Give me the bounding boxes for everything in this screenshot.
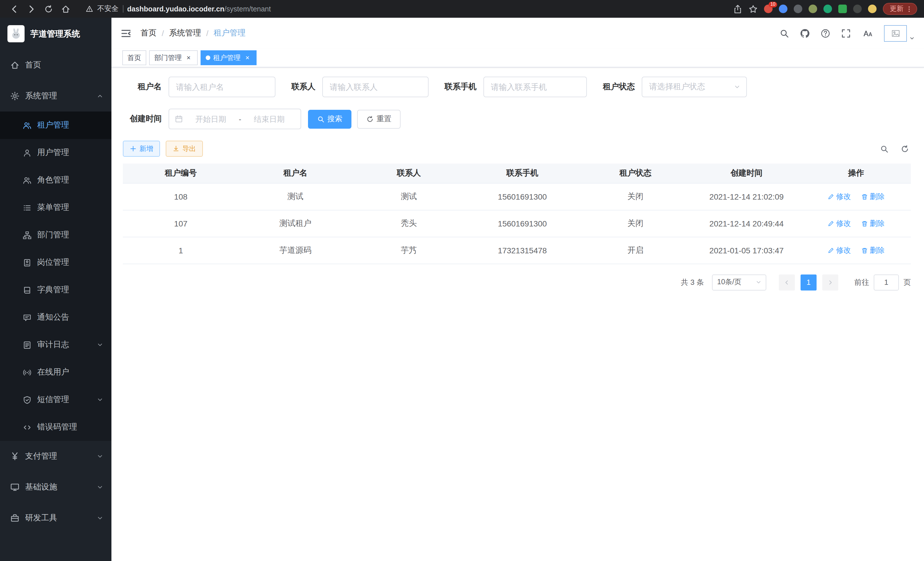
not-secure-icon <box>86 5 93 13</box>
close-icon[interactable]: × <box>184 54 193 62</box>
address-bar[interactable]: 不安全 dashboard.yudao.iocoder.cn/system/te… <box>80 3 728 15</box>
sidebar-item-dict[interactable]: 字典管理 <box>0 276 111 304</box>
cell-status: 关闭 <box>579 210 692 237</box>
user-avatar[interactable] <box>884 25 915 41</box>
breadcrumb-current: 租户管理 <box>214 28 246 38</box>
tenant-table: 租户编号 租户名 联系人 联系手机 租户状态 创建时间 操作 108 测试 <box>123 164 911 264</box>
sidebar-item-user[interactable]: 用户管理 <box>0 139 111 166</box>
browser-actions: 10 更新 <box>733 3 918 15</box>
help-icon[interactable] <box>820 28 830 38</box>
sidebar-item-role[interactable]: 角色管理 <box>0 166 111 194</box>
collapse-sidebar-icon[interactable] <box>121 28 131 39</box>
browser-update-button[interactable]: 更新 <box>883 3 917 15</box>
top-navbar: 首页 / 系统管理 / 租户管理 <box>111 18 924 49</box>
home-icon[interactable] <box>61 4 70 14</box>
sidebar-item-home[interactable]: 首页 <box>0 50 111 81</box>
prev-page-button[interactable] <box>779 274 795 290</box>
calendar-icon <box>175 115 183 123</box>
breadcrumb-home[interactable]: 首页 <box>141 28 157 38</box>
goto-label: 前往 <box>854 277 869 287</box>
start-date-input[interactable] <box>185 114 237 124</box>
sidebar-item-dept[interactable]: 部门管理 <box>0 221 111 249</box>
sidebar-item-post[interactable]: 岗位管理 <box>0 249 111 276</box>
tenant-name-input[interactable] <box>169 77 275 97</box>
toggle-search-icon[interactable] <box>880 144 889 153</box>
forward-icon[interactable] <box>27 4 36 14</box>
chevron-down-icon <box>97 341 104 348</box>
page-number-button[interactable]: 1 <box>801 274 817 290</box>
sidebar-group-payment[interactable]: 支付管理 <box>0 441 111 472</box>
extension-icon[interactable] <box>824 5 832 13</box>
extension-icon[interactable] <box>853 5 862 13</box>
cell-tenant-name: 芋道源码 <box>238 237 352 264</box>
extension-icon[interactable] <box>779 5 788 13</box>
reset-button[interactable]: 重置 <box>357 110 400 128</box>
sidebar-group-infra[interactable]: 基础设施 <box>0 472 111 503</box>
date-range-picker[interactable]: - <box>169 109 301 129</box>
sidebar-item-error-code[interactable]: 错误码管理 <box>0 414 111 441</box>
fullscreen-icon[interactable] <box>841 28 851 38</box>
header-search-icon[interactable] <box>779 28 789 38</box>
app-logo: 芋道管理系统 <box>0 18 111 50</box>
message-icon <box>23 313 32 322</box>
sidebar-item-label: 系统管理 <box>25 91 57 101</box>
export-button[interactable]: 导出 <box>166 141 203 157</box>
tab-label: 首页 <box>128 53 141 63</box>
status-select[interactable]: 请选择租户状态 <box>642 77 747 97</box>
edit-button[interactable]: 修改 <box>827 218 851 229</box>
sidebar-group-system[interactable]: 系统管理 <box>0 81 111 111</box>
edit-icon <box>827 220 834 227</box>
back-icon[interactable] <box>10 4 19 14</box>
cell-contact: 测试 <box>352 183 466 210</box>
col-created: 创建时间 <box>692 164 801 183</box>
extension-icon[interactable] <box>838 5 847 13</box>
tabs-bar: 首页 部门管理 × 租户管理 × <box>111 49 924 68</box>
delete-button[interactable]: 删除 <box>861 245 885 255</box>
share-icon[interactable] <box>733 4 742 14</box>
sidebar-group-audit-log[interactable]: 审计日志 <box>0 331 111 359</box>
extension-icon[interactable] <box>794 5 802 13</box>
col-status: 租户状态 <box>579 164 692 183</box>
contact-input[interactable] <box>322 77 429 97</box>
sidebar-item-label: 部门管理 <box>37 230 69 240</box>
bookmark-star-icon[interactable] <box>748 4 758 14</box>
tab-home[interactable]: 首页 <box>122 50 146 65</box>
filter-row-1: 租户名 联系人 联系手机 租户状态 请选择租户状态 <box>123 77 911 97</box>
edit-button[interactable]: 修改 <box>827 245 851 255</box>
sidebar-group-devtools[interactable]: 研发工具 <box>0 503 111 534</box>
reload-icon[interactable] <box>44 4 53 14</box>
edit-icon <box>827 247 834 254</box>
col-contact: 联系人 <box>352 164 466 183</box>
extension-icon[interactable]: 10 <box>764 5 772 13</box>
github-icon[interactable] <box>800 28 810 38</box>
refresh-table-icon[interactable] <box>901 144 909 153</box>
cell-phone: 15601691300 <box>466 183 579 210</box>
sidebar-item-tenant[interactable]: 租户管理 <box>0 111 111 139</box>
sidebar-item-notice[interactable]: 通知公告 <box>0 304 111 331</box>
search-button[interactable]: 搜索 <box>308 110 351 128</box>
sidebar-menu: 首页 系统管理 租户管理 用户管理 <box>0 50 111 561</box>
delete-button[interactable]: 删除 <box>861 191 885 202</box>
tenant-name-label: 租户名 <box>123 82 162 92</box>
chevron-down-icon <box>97 515 104 522</box>
sidebar-item-online-user[interactable]: 在线用户 <box>0 359 111 386</box>
end-date-input[interactable] <box>243 114 295 124</box>
tab-dept[interactable]: 部门管理 × <box>149 50 198 65</box>
tab-tenant[interactable]: 租户管理 × <box>201 50 256 65</box>
phone-input[interactable] <box>483 77 587 97</box>
breadcrumb-system[interactable]: 系统管理 <box>169 28 201 38</box>
delete-button[interactable]: 删除 <box>861 218 885 229</box>
tab-label: 部门管理 <box>154 53 182 63</box>
goto-page-input[interactable] <box>874 274 899 290</box>
close-icon[interactable]: × <box>243 54 251 62</box>
next-page-button[interactable] <box>822 274 838 290</box>
extension-icon[interactable] <box>808 5 817 13</box>
sidebar-group-sms[interactable]: 短信管理 <box>0 386 111 414</box>
page-size-select[interactable]: 10条/页 <box>712 274 766 290</box>
edit-button[interactable]: 修改 <box>827 191 851 202</box>
font-size-icon[interactable] <box>862 28 873 38</box>
sidebar-item-menu[interactable]: 菜单管理 <box>0 194 111 221</box>
add-button[interactable]: 新增 <box>123 141 160 157</box>
extension-icon[interactable] <box>868 5 877 13</box>
browser-menu-icon[interactable] <box>906 5 913 12</box>
